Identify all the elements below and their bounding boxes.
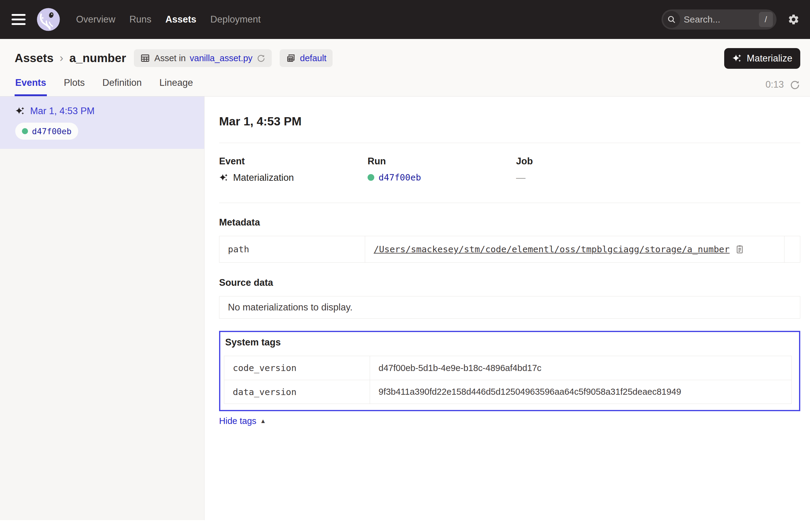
metadata-key: path (220, 236, 365, 262)
table-row: path /Users/smackesey/stm/code/elementl/… (220, 236, 800, 262)
events-sidebar: Mar 1, 4:53 PM d47f00eb (0, 96, 205, 520)
event-type-value: Materialization (233, 172, 294, 183)
asset-file-link[interactable]: vanilla_asset.py (190, 53, 253, 63)
asset-tabs: Events Plots Definition Lineage (15, 77, 194, 96)
search-icon (663, 11, 680, 28)
table-row: code_version d47f00eb-5d1b-4e9e-b18c-489… (224, 356, 791, 380)
search-shortcut-badge: / (759, 12, 773, 27)
materialize-label: Materialize (747, 53, 792, 64)
metadata-heading: Metadata (219, 217, 800, 228)
breadcrumb-separator: › (60, 52, 63, 65)
source-data-heading: Source data (219, 277, 800, 288)
settings-gear-icon[interactable] (788, 13, 800, 26)
code-location-badge[interactable]: default (280, 49, 333, 67)
asset-badge-prefix: Asset in (154, 53, 185, 63)
nav-deployment[interactable]: Deployment (210, 14, 260, 25)
run-id-link[interactable]: d47f00eb (378, 172, 421, 182)
nav-overview[interactable]: Overview (76, 14, 115, 25)
tag-value: d47f00eb-5d1b-4e9e-b18c-4896af4bd17c (370, 356, 791, 380)
event-detail-title: Mar 1, 4:53 PM (219, 115, 800, 128)
nav-assets[interactable]: Assets (165, 14, 197, 25)
search-input[interactable] (680, 14, 759, 25)
tag-value: 9f3b411a390fd22e158d446d5d12504963596aa6… (370, 380, 791, 404)
tab-lineage[interactable]: Lineage (159, 77, 194, 96)
nav-runs[interactable]: Runs (129, 14, 151, 25)
tag-key: data_version (224, 380, 370, 404)
hide-tags-label: Hide tags (219, 416, 257, 426)
page-title: a_number (69, 51, 126, 65)
tab-events[interactable]: Events (15, 77, 47, 96)
menu-icon[interactable] (12, 14, 26, 25)
job-column-label: Job (516, 156, 800, 167)
run-column-label: Run (368, 156, 516, 167)
primary-nav: Overview Runs Assets Deployment (76, 14, 261, 25)
metadata-table: path /Users/smackesey/stm/code/elementl/… (219, 236, 800, 263)
refresh-icon[interactable] (789, 79, 800, 90)
copy-to-clipboard-icon[interactable] (734, 244, 745, 255)
breadcrumb: Assets › a_number Asset in vanilla_asset… (15, 49, 800, 67)
breadcrumb-assets-link[interactable]: Assets (15, 51, 53, 65)
dagster-logo-icon[interactable] (36, 7, 61, 32)
materialization-sparkle-icon (15, 106, 26, 116)
divider (219, 143, 800, 143)
system-tags-heading: System tags (225, 337, 792, 348)
event-detail-panel: Mar 1, 4:53 PM Event Materialization Run (205, 96, 810, 520)
event-timestamp-link[interactable]: Mar 1, 4:53 PM (30, 106, 95, 116)
tab-plots[interactable]: Plots (63, 77, 85, 96)
table-row: data_version 9f3b411a390fd22e158d446d5d1… (224, 380, 791, 404)
system-tags-table: code_version d47f00eb-5d1b-4e9e-b18c-489… (224, 356, 792, 404)
code-location-link[interactable]: default (300, 53, 326, 63)
materialize-button[interactable]: Materialize (724, 48, 800, 69)
materialization-sparkle-icon (219, 173, 229, 182)
asset-header: Assets › a_number Asset in vanilla_asset… (0, 39, 810, 96)
run-success-dot-icon (22, 128, 28, 134)
search-box[interactable]: / (662, 10, 777, 30)
reload-icon[interactable] (257, 53, 266, 63)
source-data-empty-state: No materializations to display. (219, 296, 800, 319)
table-grid-icon (140, 53, 150, 63)
metadata-path-link[interactable]: /Users/smackesey/stm/code/elementl/oss/t… (374, 244, 730, 255)
tag-key: code_version (224, 356, 370, 380)
chevron-up-icon: ▲ (260, 418, 266, 424)
job-value: — (516, 172, 525, 183)
run-status-badge[interactable]: d47f00eb (15, 123, 78, 140)
sparkle-icon (732, 53, 743, 64)
metadata-action-cell (784, 236, 800, 262)
refresh-countdown: 0:13 (765, 79, 784, 90)
run-success-dot-icon (368, 174, 374, 181)
tab-definition[interactable]: Definition (102, 77, 142, 96)
system-tags-section: System tags code_version d47f00eb-5d1b-4… (219, 331, 800, 411)
event-list-item[interactable]: Mar 1, 4:53 PM d47f00eb (0, 96, 204, 149)
hide-tags-link[interactable]: Hide tags ▲ (219, 416, 266, 426)
topbar: Overview Runs Assets Deployment / (0, 0, 810, 39)
asset-definition-badge[interactable]: Asset in vanilla_asset.py (134, 49, 272, 67)
event-column-label: Event (219, 156, 368, 167)
run-id-label: d47f00eb (32, 127, 71, 136)
event-summary: Event Materialization Run d47f00eb (219, 156, 800, 183)
repo-location-icon (286, 53, 296, 63)
